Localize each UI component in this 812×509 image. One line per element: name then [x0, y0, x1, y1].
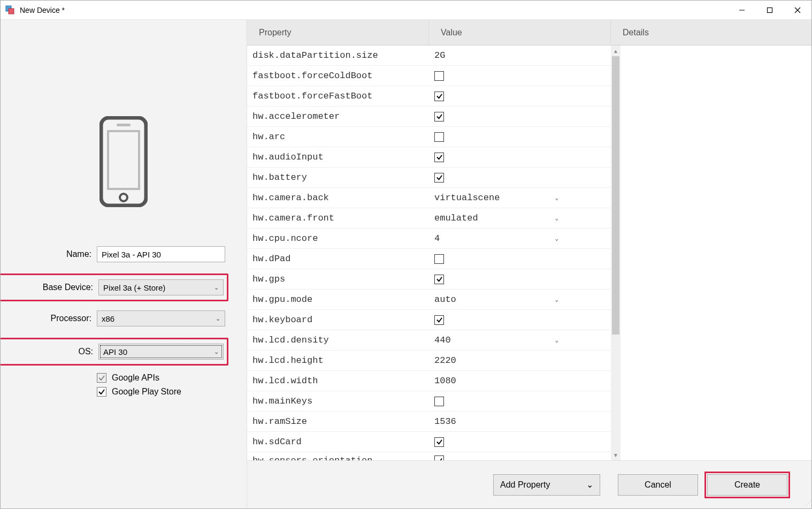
property-value[interactable]: 4⌄: [429, 231, 600, 246]
checkbox[interactable]: [434, 275, 444, 284]
phone-icon: [1, 116, 247, 207]
checkbox[interactable]: [434, 254, 444, 264]
checkbox[interactable]: [434, 71, 444, 81]
checkbox[interactable]: [434, 112, 444, 121]
value-select[interactable]: 440⌄: [434, 333, 568, 348]
checkbox[interactable]: [434, 397, 444, 406]
chevron-down-icon: ⌄: [555, 194, 558, 201]
chevron-down-icon: ⌄: [555, 215, 558, 222]
window-title: New Device *: [20, 6, 728, 14]
checkbox[interactable]: [434, 92, 444, 101]
property-row[interactable]: hw.gps: [247, 269, 611, 290]
property-value[interactable]: 2G: [429, 50, 600, 60]
property-row[interactable]: hw.cpu.ncore4⌄: [247, 229, 611, 249]
value-select[interactable]: auto⌄: [434, 292, 568, 307]
property-row[interactable]: hw.mainKeys: [247, 391, 611, 412]
os-label: OS:: [2, 347, 98, 356]
property-value[interactable]: [429, 132, 600, 142]
close-button[interactable]: [784, 1, 811, 19]
google-play-checkbox[interactable]: [97, 387, 106, 397]
property-name: hw.ramSize: [247, 416, 429, 427]
header-details: Details: [611, 20, 811, 45]
property-value[interactable]: [429, 315, 600, 325]
base-device-select[interactable]: Pixel 3a (+ Store) ⌄: [98, 279, 224, 295]
svg-rect-3: [768, 7, 772, 12]
minimize-button[interactable]: [728, 1, 756, 19]
property-row[interactable]: hw.sensors.orientation: [247, 452, 611, 460]
property-value[interactable]: 440⌄: [429, 333, 600, 348]
property-value[interactable]: [429, 455, 600, 460]
property-value[interactable]: [429, 153, 600, 162]
property-value[interactable]: 2220: [429, 355, 600, 366]
value-text: emulated: [434, 213, 478, 223]
processor-select[interactable]: x86 ⌄: [97, 310, 225, 326]
create-button[interactable]: Create: [707, 474, 787, 496]
property-value[interactable]: auto⌄: [429, 292, 600, 307]
property-row[interactable]: hw.keyboard: [247, 310, 611, 330]
name-input[interactable]: [97, 246, 225, 262]
google-play-label: Google Play Store: [112, 387, 181, 397]
chevron-down-icon: ⌄: [555, 296, 558, 303]
property-value[interactable]: [429, 437, 600, 447]
property-value[interactable]: [429, 397, 600, 406]
scrollbar-thumb[interactable]: [612, 56, 619, 335]
property-row[interactable]: hw.dPad: [247, 249, 611, 269]
checkbox[interactable]: [434, 153, 444, 162]
checkbox[interactable]: [434, 173, 444, 183]
cancel-button[interactable]: Cancel: [618, 474, 698, 496]
scroll-up-icon[interactable]: ▲: [611, 45, 621, 56]
add-property-select[interactable]: Add Property ⌄: [493, 474, 600, 496]
maximize-button[interactable]: [756, 1, 784, 19]
value-select[interactable]: 4⌄: [434, 231, 568, 246]
property-row[interactable]: hw.arc: [247, 127, 611, 147]
property-value[interactable]: virtualscene⌄: [429, 191, 600, 206]
scrollbar[interactable]: ▲ ▼: [611, 45, 621, 460]
scroll-down-icon[interactable]: ▼: [611, 450, 621, 460]
property-value[interactable]: [429, 112, 600, 121]
property-name: hw.mainKeys: [247, 396, 429, 406]
property-row[interactable]: hw.lcd.density440⌄: [247, 330, 611, 351]
property-name: fastboot.forceFastBoot: [247, 91, 429, 101]
google-apis-label: Google APIs: [112, 373, 159, 383]
property-row[interactable]: hw.ramSize1536: [247, 412, 611, 432]
property-name: hw.battery: [247, 172, 429, 183]
property-value[interactable]: [429, 173, 600, 183]
property-row[interactable]: hw.lcd.height2220: [247, 351, 611, 371]
checkbox[interactable]: [434, 132, 444, 142]
checkbox[interactable]: [434, 455, 444, 460]
checkbox[interactable]: [434, 437, 444, 447]
property-row[interactable]: hw.camera.frontemulated⌄: [247, 208, 611, 229]
property-row[interactable]: hw.camera.backvirtualscene⌄: [247, 188, 611, 208]
property-row[interactable]: hw.battery: [247, 168, 611, 188]
chevron-down-icon: ⌄: [555, 235, 558, 242]
property-value[interactable]: [429, 254, 600, 264]
property-row[interactable]: fastboot.forceColdBoot: [247, 66, 611, 86]
header-value: Value: [429, 20, 611, 45]
value-select[interactable]: virtualscene⌄: [434, 191, 568, 206]
property-row[interactable]: hw.accelerometer: [247, 107, 611, 127]
property-value[interactable]: [429, 275, 600, 284]
property-row[interactable]: fastboot.forceFastBoot: [247, 86, 611, 107]
processor-label: Processor:: [1, 314, 97, 323]
property-value[interactable]: 1080: [429, 376, 600, 386]
property-value[interactable]: [429, 71, 600, 81]
property-name: hw.gps: [247, 274, 429, 284]
svg-rect-8: [117, 124, 131, 126]
property-name: hw.lcd.density: [247, 335, 429, 345]
property-value[interactable]: 1536: [429, 416, 600, 427]
property-row[interactable]: hw.sdCard: [247, 432, 611, 452]
property-row[interactable]: hw.lcd.width1080: [247, 371, 611, 391]
property-value[interactable]: emulated⌄: [429, 211, 600, 226]
titlebar: New Device *: [1, 1, 811, 20]
property-value[interactable]: [429, 92, 600, 101]
property-row[interactable]: disk.dataPartition.size2G: [247, 45, 611, 66]
property-row[interactable]: hw.gpu.modeauto⌄: [247, 290, 611, 310]
checkbox[interactable]: [434, 315, 444, 325]
os-select[interactable]: API 30 ⌄: [98, 344, 224, 360]
resize-grip-icon[interactable]: ⋰: [806, 500, 810, 507]
property-row[interactable]: hw.audioInput: [247, 147, 611, 168]
property-table-header: Property Value Details: [247, 20, 811, 45]
property-name: hw.sensors.orientation: [247, 455, 429, 460]
value-select[interactable]: emulated⌄: [434, 211, 568, 226]
processor-value: x86: [102, 314, 114, 323]
